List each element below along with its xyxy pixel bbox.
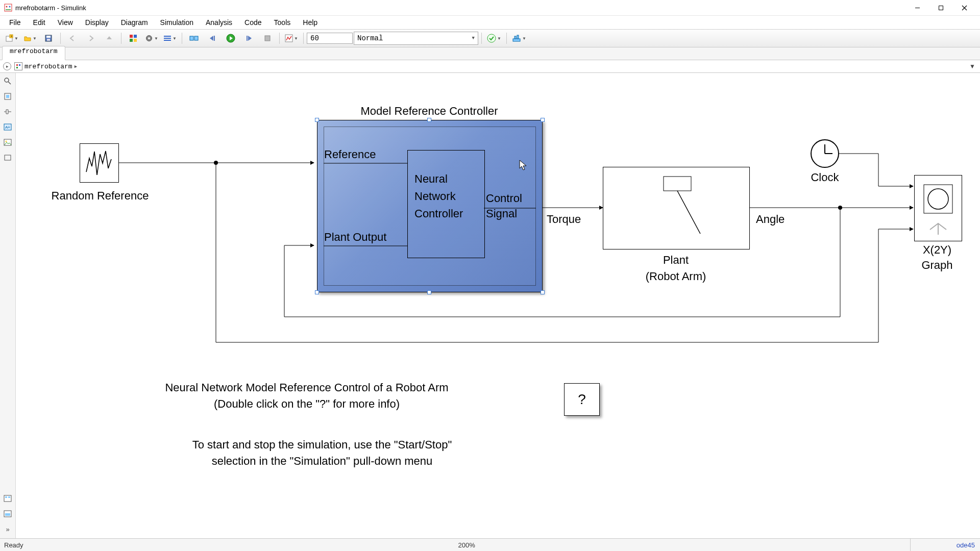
step-back-button[interactable] (204, 31, 221, 45)
info-line-1: Neural Network Model Reference Control o… (77, 381, 536, 394)
selection-handle[interactable] (315, 290, 319, 294)
model-explorer-button[interactable]: ▼ (161, 31, 179, 45)
property-inspector-button[interactable] (2, 508, 14, 520)
svg-rect-42 (5, 496, 7, 498)
svg-rect-43 (8, 496, 10, 498)
fit-to-view-button[interactable] (2, 90, 14, 103)
port-control-1: Control (486, 192, 522, 205)
simulation-mode-value: Normal (357, 34, 383, 42)
menu-edit[interactable]: Edit (27, 17, 52, 28)
block-model-reference-controller[interactable]: Reference Plant Output Neural Network Co… (317, 120, 543, 292)
svg-rect-30 (16, 64, 18, 66)
breadcrumb-overflow-button[interactable]: ▼ (969, 63, 977, 70)
label-graph-1: X(2Y) (906, 243, 968, 257)
model-browser-button[interactable] (2, 492, 14, 505)
back-button[interactable] (64, 31, 81, 45)
forward-button[interactable] (82, 31, 100, 45)
menu-diagram[interactable]: Diagram (115, 17, 154, 28)
menubar: File Edit View Display Diagram Simulatio… (0, 16, 980, 30)
data-inspector-button[interactable]: ▼ (283, 31, 300, 45)
stop-time-input[interactable] (307, 33, 353, 44)
window-title: mrefrobotarm - Simulink (15, 4, 86, 12)
menu-simulation[interactable]: Simulation (154, 17, 200, 28)
main-area: A≡ » (0, 73, 980, 538)
block-help[interactable]: ? (564, 383, 600, 416)
menu-tools[interactable]: Tools (268, 17, 297, 28)
svg-point-15 (148, 37, 150, 39)
menu-code[interactable]: Code (238, 17, 267, 28)
nn-label-2: Network (414, 190, 456, 203)
svg-rect-28 (514, 36, 516, 39)
svg-point-26 (487, 34, 496, 42)
breadcrumb[interactable]: mrefrobotarm ▶ (14, 62, 77, 70)
annotation-tool-button[interactable]: A≡ (2, 121, 14, 133)
minimize-button[interactable] (905, 0, 929, 15)
tab-model[interactable]: mrefrobotarm (2, 46, 65, 60)
svg-rect-31 (19, 64, 20, 66)
expand-button[interactable]: » (2, 523, 14, 535)
open-button[interactable]: ▼ (21, 31, 39, 45)
close-button[interactable] (952, 0, 976, 15)
label-plant-2: (Robot Arm) (603, 270, 749, 283)
save-button[interactable] (40, 31, 57, 45)
menu-file[interactable]: File (3, 17, 27, 28)
maximize-button[interactable] (929, 0, 952, 15)
stop-button[interactable] (259, 31, 276, 45)
image-tool-button[interactable] (2, 136, 14, 148)
selection-handle[interactable] (541, 290, 545, 294)
block-plant[interactable] (603, 167, 750, 249)
svg-rect-9 (47, 39, 50, 41)
area-tool-button[interactable] (2, 152, 14, 164)
block-clock[interactable] (810, 138, 840, 169)
svg-rect-18 (164, 40, 171, 41)
model-config-button[interactable]: ▼ (143, 31, 160, 45)
nn-label-3: Controller (414, 207, 463, 220)
svg-rect-32 (16, 67, 18, 68)
menu-help[interactable]: Help (297, 17, 324, 28)
info-line-2: (Double click on the "?" for more info) (77, 397, 536, 411)
app-icon (4, 4, 12, 12)
nav-history-button[interactable]: ▸ (3, 62, 11, 70)
block-xy-graph[interactable] (914, 175, 962, 241)
info-line-3: To start and stop the simulation, use th… (92, 438, 552, 452)
selection-handle[interactable] (427, 118, 431, 122)
titlebar: mrefrobotarm - Simulink (0, 0, 980, 16)
up-button[interactable] (101, 31, 118, 45)
zoom-tool-button[interactable] (2, 75, 14, 87)
status-solver[interactable]: ode45 (957, 541, 980, 549)
port-control-2: Signal (486, 207, 517, 220)
library-browser-button[interactable] (125, 31, 142, 45)
svg-rect-16 (164, 36, 171, 37)
svg-rect-49 (664, 177, 691, 191)
canvas[interactable]: Random Reference Model Reference Control… (16, 73, 980, 538)
chevron-right-icon: ▶ (75, 64, 77, 69)
status-spacer (910, 539, 957, 551)
block-random-reference[interactable] (80, 143, 119, 183)
svg-text:＋: ＋ (10, 34, 13, 38)
selection-handle[interactable] (541, 118, 545, 122)
toolbar: ＋▼ ▼ ▼ ▼ ▼ Normal▼ ▼ ▼ (0, 30, 980, 47)
menu-analysis[interactable]: Analysis (200, 17, 238, 28)
breadcrumb-model: mrefrobotarm (24, 63, 72, 70)
svg-rect-20 (194, 36, 198, 40)
svg-rect-23 (247, 36, 248, 41)
selection-handle[interactable] (427, 290, 431, 294)
update-diagram-button[interactable] (185, 31, 203, 45)
svg-rect-11 (134, 35, 137, 38)
check-model-button[interactable]: ▼ (485, 31, 503, 45)
model-icon (14, 62, 22, 70)
svg-rect-29 (517, 35, 519, 39)
svg-rect-12 (130, 39, 133, 42)
new-model-button[interactable]: ＋▼ (3, 31, 20, 45)
simulation-mode-select[interactable]: Normal▼ (354, 32, 478, 45)
run-button[interactable] (222, 31, 239, 45)
build-button[interactable]: ▼ (510, 31, 528, 45)
menu-view[interactable]: View (52, 17, 79, 28)
toggle-sample-time-button[interactable] (2, 106, 14, 118)
svg-rect-17 (164, 38, 171, 39)
menu-display[interactable]: Display (79, 17, 115, 28)
label-torque: Torque (547, 213, 581, 226)
step-forward-button[interactable] (240, 31, 258, 45)
selection-handle[interactable] (315, 118, 319, 122)
label-graph-2: Graph (906, 259, 968, 272)
